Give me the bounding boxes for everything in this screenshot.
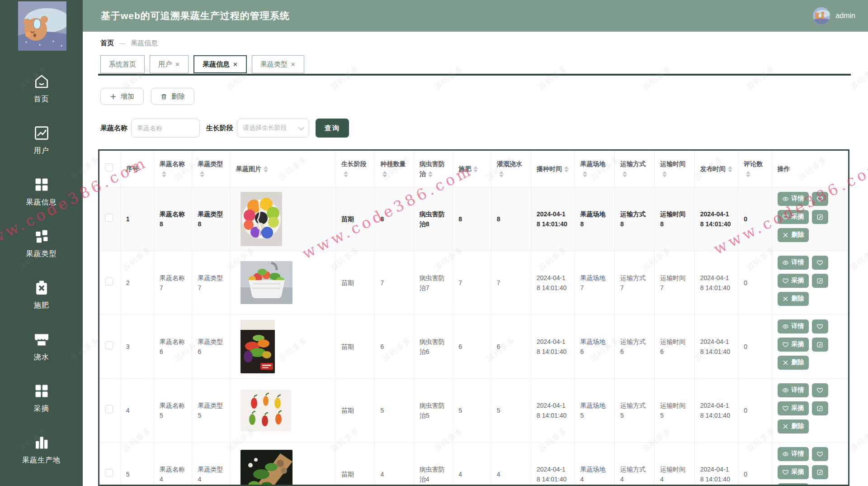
toolbar: 增加 删除 bbox=[100, 88, 202, 105]
row-delete-button[interactable]: 删除 bbox=[778, 419, 809, 434]
favorite-button[interactable] bbox=[812, 192, 828, 206]
row-actions: 详情采摘删除 bbox=[778, 256, 848, 310]
sidebar-item-浇水[interactable]: 浇水 bbox=[33, 330, 51, 362]
vegetable-pile-photo[interactable] bbox=[236, 320, 330, 373]
cell-site: 果蔬场地4 bbox=[575, 442, 614, 486]
column-header-transport_time[interactable]: 运输时间 bbox=[655, 151, 694, 187]
table-row: 3果蔬名称6果蔬类型6苗期6病虫害防治6662024-04-18 14:01:4… bbox=[99, 314, 848, 378]
query-button[interactable]: 查询 bbox=[316, 119, 349, 138]
column-header-fertilize[interactable]: 施肥 bbox=[453, 151, 491, 187]
tab-果蔬信息[interactable]: 果蔬信息✕ bbox=[193, 55, 247, 73]
sidebar: 首页用户果蔬信息果蔬类型施肥浇水采摘果蔬生产地 bbox=[0, 0, 83, 486]
row-checkbox[interactable] bbox=[105, 214, 113, 222]
cell-transport: 运输方式8 bbox=[614, 187, 654, 251]
column-header-site[interactable]: 果蔬场地 bbox=[575, 151, 614, 187]
sort-caret-icon bbox=[662, 171, 667, 177]
column-header-pest[interactable]: 病虫害防治 bbox=[414, 151, 453, 187]
detail-button[interactable]: 详情 bbox=[778, 319, 809, 334]
edit-button[interactable] bbox=[812, 465, 828, 479]
column-header-type[interactable]: 果蔬类型 bbox=[192, 151, 230, 187]
eye-icon bbox=[782, 451, 792, 457]
add-button[interactable]: 增加 bbox=[100, 88, 144, 105]
sidebar-item-施肥[interactable]: 施肥 bbox=[33, 279, 51, 310]
sidebar-item-首页[interactable]: 首页 bbox=[33, 72, 51, 104]
cell-image bbox=[230, 251, 335, 314]
column-header-publish_time[interactable]: 发布时间 bbox=[694, 151, 738, 187]
action-button-label: 删除 bbox=[792, 422, 804, 430]
breadcrumb-home[interactable]: 首页 bbox=[100, 39, 114, 48]
sidebar-item-果蔬类型[interactable]: 果蔬类型 bbox=[26, 227, 57, 259]
column-header-water[interactable]: 灌溉浇水 bbox=[491, 151, 531, 187]
edit-button[interactable] bbox=[812, 210, 828, 224]
dark-greens-photo[interactable] bbox=[236, 450, 330, 486]
tab-close-icon[interactable]: ✕ bbox=[175, 61, 180, 68]
tab-用户[interactable]: 用户✕ bbox=[150, 55, 189, 73]
column-header-label: 操作 bbox=[778, 165, 790, 172]
detail-button[interactable]: 详情 bbox=[778, 192, 809, 206]
home-icon bbox=[33, 72, 51, 91]
eye-icon bbox=[782, 387, 792, 394]
row-checkbox[interactable] bbox=[105, 341, 113, 349]
sidebar-item-果蔬信息[interactable]: 果蔬信息 bbox=[26, 176, 57, 207]
tab-系统首页[interactable]: 系统首页 bbox=[100, 55, 145, 73]
pick-button[interactable]: 采摘 bbox=[778, 274, 809, 288]
row-delete-button[interactable]: 删除 bbox=[778, 228, 809, 242]
detail-button[interactable]: 详情 bbox=[778, 256, 809, 270]
column-header-image[interactable]: 果蔬图片 bbox=[230, 151, 335, 187]
edit-button[interactable] bbox=[812, 401, 828, 415]
favorite-button[interactable] bbox=[812, 319, 828, 334]
column-header-checkbox bbox=[99, 151, 120, 187]
row-delete-button[interactable]: 删除 bbox=[778, 292, 809, 306]
row-delete-button[interactable]: 删除 bbox=[778, 483, 809, 486]
row-checkbox[interactable] bbox=[105, 277, 113, 286]
favorite-button[interactable] bbox=[812, 447, 828, 461]
cell-pest: 病虫害防治7 bbox=[414, 251, 453, 314]
tab-close-icon[interactable]: ✕ bbox=[291, 61, 296, 68]
pick-button[interactable]: 采摘 bbox=[778, 338, 809, 352]
row-checkbox[interactable] bbox=[105, 405, 113, 413]
favorite-button[interactable] bbox=[812, 256, 828, 270]
row-checkbox[interactable] bbox=[105, 469, 113, 477]
row-delete-button[interactable]: 删除 bbox=[778, 356, 809, 370]
sidebar-item-采摘[interactable]: 采摘 bbox=[33, 382, 51, 414]
tab-close-icon[interactable]: ✕ bbox=[233, 61, 238, 68]
detail-button[interactable]: 详情 bbox=[778, 383, 809, 397]
select-all-checkbox[interactable] bbox=[105, 163, 113, 172]
favorite-button[interactable] bbox=[812, 383, 828, 397]
cell-transport: 运输方式6 bbox=[614, 314, 654, 378]
column-header-label: 播种时间 bbox=[537, 165, 562, 172]
column-header-stage[interactable]: 生长阶段 bbox=[336, 151, 375, 187]
sort-caret-icon bbox=[499, 171, 504, 177]
edit-button[interactable] bbox=[812, 338, 828, 352]
cell-site: 果蔬场地7 bbox=[575, 251, 614, 314]
cell-pest: 病虫害防治4 bbox=[414, 442, 453, 486]
cell-stage: 苗期 bbox=[336, 378, 375, 442]
pick-button[interactable]: 采摘 bbox=[778, 210, 809, 224]
sort-caret-icon bbox=[746, 171, 750, 177]
tab-果蔬类型[interactable]: 果蔬类型✕ bbox=[252, 55, 304, 73]
column-header-comments[interactable]: 评论数 bbox=[738, 151, 772, 187]
mini-peppers-photo[interactable] bbox=[236, 390, 330, 431]
detail-button[interactable]: 详情 bbox=[778, 447, 809, 461]
column-header-name[interactable]: 果蔬名称 bbox=[154, 151, 192, 187]
name-filter-input[interactable] bbox=[131, 119, 200, 138]
sidebar-item-果蔬生产地[interactable]: 果蔬生产地 bbox=[22, 434, 61, 465]
edit-icon bbox=[816, 469, 823, 476]
rainbow-salad-bowl-photo[interactable] bbox=[236, 192, 330, 246]
row-actions: 详情采摘删除 bbox=[778, 383, 848, 438]
user-menu[interactable]: admin bbox=[813, 0, 855, 32]
vegetable-basket-photo[interactable] bbox=[236, 261, 330, 304]
column-header-sow_time[interactable]: 播种时间 bbox=[531, 151, 575, 187]
delete-button[interactable]: 删除 bbox=[151, 88, 194, 105]
pick-button[interactable]: 采摘 bbox=[778, 465, 809, 479]
cell-comments: 0 bbox=[738, 314, 772, 378]
sidebar-item-用户[interactable]: 用户 bbox=[33, 124, 51, 156]
edit-button[interactable] bbox=[812, 274, 828, 288]
sidebar-item-label: 果蔬生产地 bbox=[22, 456, 61, 465]
stage-filter-select[interactable]: 请选择生长阶段 bbox=[237, 119, 309, 138]
column-header-transport[interactable]: 运输方式 bbox=[614, 151, 654, 187]
cell-water: 6 bbox=[491, 314, 531, 378]
cell-fertilize: 5 bbox=[453, 378, 491, 442]
column-header-quantity[interactable]: 种植数量 bbox=[375, 151, 414, 187]
pick-button[interactable]: 采摘 bbox=[778, 401, 809, 415]
